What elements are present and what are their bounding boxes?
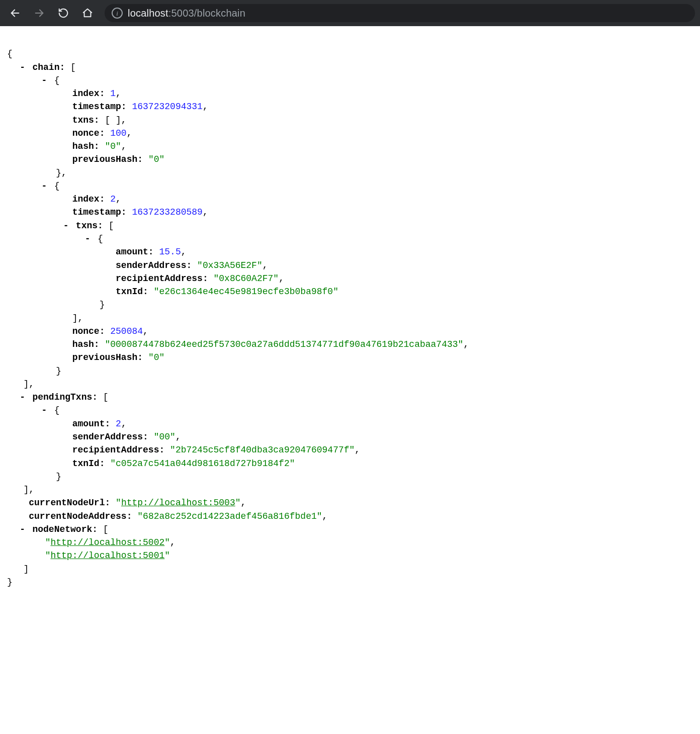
url-port: :5003 <box>168 8 194 19</box>
collapse-toggle[interactable]: - <box>18 391 27 404</box>
key-timestamp: timestamp: <box>72 102 127 112</box>
key-senderAddress: senderAddress: <box>72 432 148 442</box>
key-recipientAddress: recipientAddress: <box>72 445 165 455</box>
url-host: localhost <box>128 8 168 19</box>
key-amount: amount: <box>72 419 111 429</box>
value-number: 100 <box>110 128 126 138</box>
key-txns: txns: <box>72 115 100 125</box>
value-string: "2b7245c5cf8f40dba3ca92047609477f" <box>170 445 355 455</box>
value-string: "0" <box>105 141 121 151</box>
key-currentNodeUrl: currentNodeUrl: <box>29 498 110 508</box>
arrow-right-icon <box>34 8 45 19</box>
site-info-icon[interactable]: i <box>112 8 123 19</box>
value-number: 2 <box>110 194 116 204</box>
key-currentNodeAddress: currentNodeAddress: <box>29 511 132 521</box>
value-string: "c052a7c541a044d981618d727b9184f2" <box>110 458 295 469</box>
key-index: index: <box>72 194 105 204</box>
key-timestamp: timestamp: <box>72 207 127 217</box>
key-nonce: nonce: <box>72 326 105 336</box>
value-string: "0000874478b624eed25f5730c0a27a6ddd51374… <box>105 339 463 349</box>
address-bar[interactable]: i localhost:5003/blockchain <box>105 4 695 22</box>
key-txnId: txnId: <box>72 458 105 469</box>
json-viewer: { - chain: [ - { index: 1, timestamp: 16… <box>0 26 700 609</box>
collapse-toggle[interactable]: - <box>40 74 49 87</box>
value-string: "0" <box>148 154 164 164</box>
reload-icon <box>58 8 69 19</box>
arrow-left-icon <box>10 8 21 19</box>
value-string: "682a8c252cd14223adef456a816fbde1" <box>137 511 322 521</box>
key-nodeNetwork: nodeNetwork: <box>32 524 98 534</box>
key-previousHash: previousHash: <box>72 154 143 164</box>
key-amount: amount: <box>116 247 154 257</box>
browser-toolbar: i localhost:5003/blockchain <box>0 0 700 26</box>
value-string: "0x8C60A2F7" <box>214 273 279 284</box>
key-recipientAddress: recipientAddress: <box>116 273 208 284</box>
key-index: index: <box>72 88 105 99</box>
key-txns: txns: <box>76 221 103 231</box>
value-string: "http://localhost:5001" <box>45 550 170 561</box>
value-number: 2 <box>116 419 121 429</box>
collapse-toggle[interactable]: - <box>40 179 49 193</box>
value-string: "0" <box>148 352 164 362</box>
value-string: "http://localhost:5003" <box>116 498 240 508</box>
key-chain: chain: <box>32 62 65 72</box>
link-url[interactable]: http://localhost:5003 <box>121 498 235 508</box>
reload-button[interactable] <box>53 3 73 23</box>
value-string: "http://localhost:5002" <box>45 537 170 547</box>
value-string: "00" <box>154 432 176 442</box>
value-number: 15.5 <box>159 247 181 257</box>
collapse-toggle[interactable]: - <box>18 523 27 536</box>
brace-open: { <box>7 49 13 59</box>
value-string: "e26c1364e4ec45e9819ecfe3b0ba98f0" <box>154 287 338 297</box>
key-hash: hash: <box>72 141 100 151</box>
collapse-toggle[interactable]: - <box>18 61 27 74</box>
collapse-toggle[interactable]: - <box>83 232 92 245</box>
key-senderAddress: senderAddress: <box>116 260 192 270</box>
back-button[interactable] <box>5 3 25 23</box>
home-button[interactable] <box>77 3 98 23</box>
value-number: 1 <box>110 88 116 99</box>
link-url[interactable]: http://localhost:5001 <box>50 550 164 561</box>
url-text: localhost:5003/blockchain <box>128 8 245 19</box>
url-path: /blockchain <box>194 8 245 19</box>
key-pendingTxns: pendingTxns: <box>32 392 98 402</box>
key-previousHash: previousHash: <box>72 352 143 362</box>
collapse-toggle[interactable]: - <box>61 219 70 232</box>
brace-close: } <box>7 577 13 587</box>
key-hash: hash: <box>72 339 100 349</box>
collapse-toggle[interactable]: - <box>40 404 49 417</box>
value-string: "0x33A56E2F" <box>197 260 262 270</box>
key-nonce: nonce: <box>72 128 105 138</box>
link-url[interactable]: http://localhost:5002 <box>50 537 164 547</box>
forward-button[interactable] <box>29 3 49 23</box>
value-number: 250084 <box>110 326 143 336</box>
key-txnId: txnId: <box>116 287 148 297</box>
value-number: 1637233280589 <box>132 207 202 217</box>
value-number: 1637232094331 <box>132 102 202 112</box>
home-icon <box>82 8 93 19</box>
